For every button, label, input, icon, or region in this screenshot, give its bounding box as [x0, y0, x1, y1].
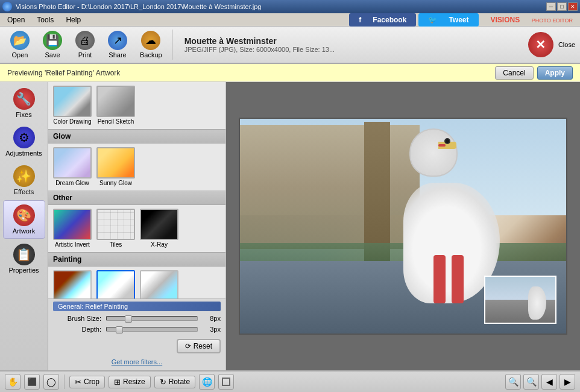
adjustments-label: Adjustments	[5, 150, 42, 157]
filter-item-color-drawing[interactable]: Color Drawing	[52, 86, 93, 125]
facebook-button[interactable]: f Facebook	[349, 13, 416, 27]
depth-slider[interactable]	[106, 327, 198, 332]
minimize-button[interactable]: ─	[546, 2, 556, 11]
sidebar-item-effects[interactable]: ✨ Effects	[3, 162, 45, 199]
next-button[interactable]: ▶	[560, 374, 575, 390]
crop-button[interactable]: ✂ Crop	[69, 376, 105, 388]
globe-icon: 🌐	[202, 377, 212, 387]
filter-item-dream-glow[interactable]: Dream Glow	[52, 147, 93, 187]
cancel-button[interactable]: Cancel	[495, 66, 533, 80]
sidebar-item-artwork[interactable]: 🎨 Artwork	[3, 200, 45, 239]
glow-header: Glow	[48, 129, 225, 144]
other-grid: Artistic Invert Tiles X-Ray	[48, 205, 225, 252]
filter-scroll-area[interactable]: Color Drawing Pencil Sketch Glow Dream G…	[48, 82, 225, 299]
toolbar-sep-1	[64, 375, 65, 389]
title-area: Visions Photo Editor - D:\London 2017\LR…	[2, 2, 546, 11]
rotate-button[interactable]: ↻ Rotate	[154, 376, 195, 388]
crop-icon: ✂	[75, 378, 81, 387]
backup-icon: ☁	[141, 31, 160, 50]
sidebar-item-adjustments[interactable]: ⚙ Adjustments	[3, 123, 45, 160]
zoom-in-icon: 🔍	[526, 377, 537, 387]
print-label: Print	[78, 51, 92, 58]
depth-value: 3px	[203, 326, 221, 333]
beak-tip	[438, 144, 446, 147]
filter-item-pencil-sketch[interactable]: Pencil Sketch	[95, 86, 136, 125]
depth-row: Depth: 3px	[53, 326, 221, 333]
image-area	[226, 82, 580, 370]
brush-size-slider[interactable]	[106, 316, 198, 321]
reset-button[interactable]: ⟳ Reset	[177, 339, 221, 353]
filter-panel: Color Drawing Pencil Sketch Glow Dream G…	[48, 82, 226, 370]
canvas-button[interactable]	[218, 374, 234, 390]
menu-help[interactable]: Help	[61, 14, 86, 25]
clock-tower	[364, 122, 390, 261]
dream-glow-label: Dream Glow	[55, 180, 89, 187]
close-file-button[interactable]: ✕	[528, 32, 553, 57]
filter-item-sunny-glow[interactable]: Sunny Glow	[95, 147, 136, 187]
twitter-icon: 🐦	[423, 14, 442, 25]
filter-item-x-ray[interactable]: X-Ray	[139, 209, 180, 248]
reset-label: Reset	[194, 342, 212, 350]
backup-button[interactable]: ☁ Backup	[135, 28, 167, 61]
filter-item-artistic-invert[interactable]: Artistic Invert	[52, 209, 93, 248]
seagull-head	[409, 128, 458, 177]
other-header: Other	[48, 191, 225, 205]
other-section: Other Artistic Invert Tiles X-Ray	[48, 191, 225, 252]
twitter-button[interactable]: 🐦 Tweet	[418, 13, 478, 27]
zoom-controls: 🔍 🔍 ◀ ▶	[505, 374, 575, 390]
menu-tools[interactable]: Tools	[32, 14, 58, 25]
window-title: Visions Photo Editor - D:\London 2017\LR…	[16, 3, 261, 10]
previewbar: Previewing 'Relief Painting' Artwork Can…	[0, 64, 580, 82]
share-icon: ↗	[108, 31, 127, 50]
properties-label: Properties	[8, 267, 39, 274]
menubar: Open Tools Help f Facebook 🐦 Tweet VISIO…	[0, 13, 580, 27]
artwork-icon: 🎨	[13, 204, 35, 226]
get-more-filters[interactable]: Get more filters...	[55, 358, 218, 365]
close-file-label: Close	[558, 41, 575, 48]
artwork-label: Artwork	[13, 227, 35, 235]
filter-item-relief-painting[interactable]: Relief Painting	[95, 270, 136, 299]
painting-header: Painting	[48, 252, 225, 267]
lasso-tool-button[interactable]: ◯	[43, 374, 59, 390]
painting-section: Painting Bold Painting Relief Painting	[48, 252, 225, 299]
share-button[interactable]: ↗ Share	[102, 28, 133, 61]
depth-label: Depth:	[53, 326, 101, 333]
select-icon: ⬛	[28, 378, 36, 386]
tiles-label: Tiles	[110, 241, 122, 248]
filter-item-relief-painting-2[interactable]: Relief Painting 2	[139, 270, 180, 299]
filter-item-bold-painting[interactable]: Bold Painting	[52, 270, 93, 299]
seagull-leg2	[452, 255, 464, 303]
painting-grid: Bold Painting Relief Painting Relief Pai…	[48, 267, 225, 299]
sidebar-item-properties[interactable]: 📋 Properties	[3, 240, 45, 277]
brush-size-thumb	[125, 315, 132, 323]
preview-actions: Cancel Apply	[495, 66, 573, 80]
preview-thumbnail	[484, 276, 556, 324]
fixes-icon: 🔧	[13, 88, 35, 110]
save-button[interactable]: 💾 Save	[37, 28, 68, 61]
facebook-icon: f	[354, 14, 366, 25]
close-window-button[interactable]: ✕	[568, 2, 578, 11]
twitter-label: Tweet	[444, 14, 473, 25]
sidebar-item-fixes[interactable]: 🔧 Fixes	[3, 84, 45, 122]
reset-icon: ⟳	[185, 342, 191, 350]
properties-icon: 📋	[13, 244, 35, 265]
crop-label: Crop	[84, 378, 99, 386]
file-details: JPEG/JIFF (JPG), Size: 6000x4000, File S…	[184, 46, 526, 53]
menu-open[interactable]: Open	[2, 14, 30, 25]
brush-size-row: Brush Size: 8px	[53, 315, 221, 322]
print-button[interactable]: 🖨 Print	[70, 28, 100, 61]
share-label: Share	[109, 51, 126, 58]
select-tool-button[interactable]: ⬛	[24, 374, 40, 390]
prev-button[interactable]: ◀	[541, 374, 557, 390]
hand-tool-button[interactable]: ✋	[5, 374, 20, 390]
globe-button[interactable]: 🌐	[199, 374, 215, 390]
open-button[interactable]: 📂 Open	[5, 28, 35, 61]
tiles-thumb	[96, 209, 135, 240]
zoom-out-button[interactable]: 🔍	[505, 374, 521, 390]
social-buttons: f Facebook 🐦 Tweet VISIONS PHOTO EDITOR	[349, 13, 578, 27]
apply-button[interactable]: Apply	[537, 66, 573, 80]
maximize-button[interactable]: □	[557, 2, 567, 11]
zoom-in-button[interactable]: 🔍	[523, 374, 539, 390]
resize-button[interactable]: ⊞ Resize	[109, 376, 151, 388]
filter-item-tiles[interactable]: Tiles	[95, 209, 136, 248]
